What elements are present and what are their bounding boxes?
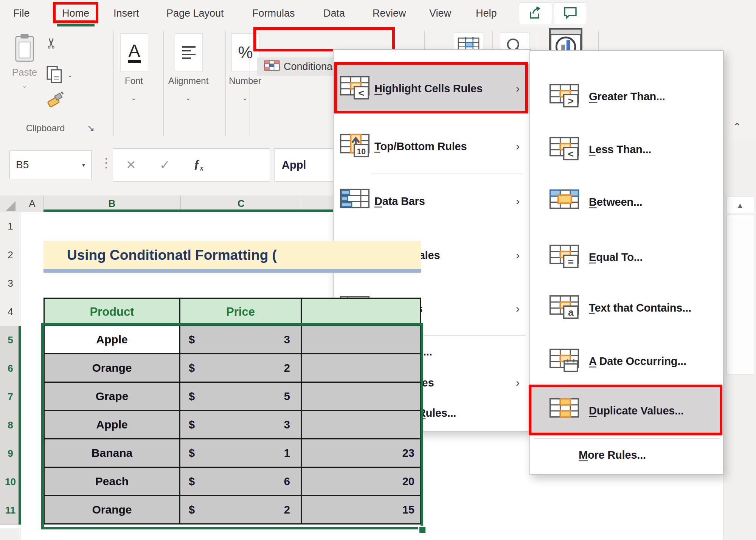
copy-dropdown-chevron[interactable]: ⌄ [67, 71, 73, 79]
menu-item-text-that-contains[interactable]: aText that Contains... [530, 282, 723, 333]
cell-price-row9[interactable]: $1 [180, 439, 302, 468]
column-header-C[interactable]: C [180, 196, 302, 212]
menubar-tab-insert[interactable]: Insert [113, 0, 139, 26]
svg-text:=: = [568, 256, 574, 267]
row-header-1[interactable]: 1 [0, 212, 21, 241]
greater-than-icon: > [549, 84, 579, 109]
cell-product-row11[interactable]: Orange [43, 496, 180, 524]
cell-product-row9[interactable]: Banana [43, 439, 180, 468]
row-header-9[interactable]: 9 [0, 439, 21, 468]
comment-button[interactable] [554, 2, 587, 25]
cell-price-row10[interactable]: $6 [180, 468, 302, 496]
number-chevron[interactable]: ⌄ [242, 94, 248, 102]
menu-item-data-bars[interactable]: Data Bars› [334, 177, 530, 226]
name-box[interactable]: B5▾ [9, 151, 92, 179]
menu-item-top-bottom-rules[interactable]: 10Top/Bottom Rules› [334, 122, 530, 171]
cell-price-row6[interactable]: $2 [180, 354, 302, 383]
paste-button[interactable]: Paste⌄ [9, 33, 40, 90]
cell-product-row6[interactable]: Orange [43, 354, 180, 383]
enter-check-icon[interactable]: ✓ [160, 157, 171, 172]
row-header-11[interactable]: 11 [0, 496, 21, 525]
cancel-x-icon[interactable]: ✕ [126, 158, 136, 172]
select-all-corner[interactable] [0, 196, 21, 212]
collapse-ribbon-icon[interactable]: ⌃ [733, 121, 741, 133]
fx-icon[interactable]: ƒx [194, 157, 203, 172]
menu-item-duplicate-values[interactable]: Duplicate Values... [530, 386, 723, 435]
row-header-12[interactable] [0, 528, 21, 540]
submenu-arrow-icon: › [516, 249, 520, 262]
cell-price-row11[interactable]: $2 [180, 496, 302, 524]
menu-item-between[interactable]: Between... [530, 177, 723, 227]
menu-item-highlight-cells-rules[interactable]: <Highlight Cells Rules› [334, 64, 530, 113]
name-box-dropdown-icon[interactable]: ▾ [82, 161, 85, 169]
menu-item-label: Highlight Cells Rules [374, 82, 483, 95]
cell-qty-row9[interactable]: 23 [302, 439, 421, 468]
row-header-10[interactable]: 10 [0, 468, 21, 497]
scissors-cut-icon[interactable]: ✂ [43, 37, 60, 49]
dialog-launcher-icon[interactable]: ↘ [87, 123, 95, 133]
cell-price-row5[interactable]: $3 [180, 326, 302, 354]
cell-qty-row7[interactable] [302, 383, 421, 411]
menubar-tab-review[interactable]: Review [373, 0, 406, 26]
cell-qty-row8[interactable] [302, 411, 421, 439]
menu-item-label: Data Bars [374, 195, 425, 208]
cell-product-row5[interactable]: Apple [43, 326, 180, 354]
date-occurring-icon [549, 348, 579, 374]
font-chevron[interactable]: ⌄ [131, 94, 137, 102]
column-header-B[interactable]: B [43, 196, 181, 212]
alignment-chevron[interactable]: ⌄ [185, 94, 191, 102]
alignment-button[interactable] [175, 33, 203, 72]
menu-item-a-date-occurring[interactable]: A Date Occurring... [530, 335, 723, 386]
top-bottom-rules-icon: 10 [340, 133, 370, 159]
row-header-8[interactable]: 8 [0, 411, 21, 440]
separator [250, 31, 250, 136]
column-header-A[interactable]: A [21, 196, 44, 212]
copy-icon[interactable] [46, 65, 64, 85]
currency-symbol: $ [189, 447, 195, 459]
cell-price-row8[interactable]: $3 [180, 411, 302, 439]
submenu-arrow-icon: › [516, 195, 520, 208]
highlight-cells-rules-icon: < [340, 76, 370, 101]
cell-qty-row5[interactable] [302, 326, 421, 354]
menubar-tab-home[interactable]: Home [62, 0, 89, 26]
row-header-5[interactable]: 5 [0, 326, 21, 355]
menubar-tab-data[interactable]: Data [323, 0, 345, 26]
formula-value: Appl [282, 159, 306, 171]
drag-handle-dots[interactable]: ⋮ [100, 155, 112, 170]
row-header-4[interactable]: 4 [0, 298, 21, 326]
menu-item-less-than[interactable]: <Less Than... [530, 124, 723, 175]
format-painter-icon[interactable] [46, 90, 66, 111]
price-value: 3 [284, 419, 290, 431]
menu-item-equal-to[interactable]: =Equal To... [530, 231, 723, 282]
equal-to-icon: = [549, 244, 579, 270]
cell-product-row8[interactable]: Apple [43, 411, 180, 439]
menu-item-greater-than[interactable]: >Greater Than... [530, 71, 723, 122]
separator [113, 31, 114, 136]
row-header-3[interactable]: 3 [0, 269, 21, 298]
cell-product-row7[interactable]: Grape [43, 383, 180, 411]
number-button[interactable]: % [231, 33, 259, 72]
cell-qty-row6[interactable] [302, 354, 421, 383]
vertical-scrollbar[interactable]: ▲ [723, 141, 756, 540]
cell-product-row10[interactable]: Peach [43, 468, 180, 496]
menubar-tab-page-layout[interactable]: Page Layout [166, 0, 224, 26]
fill-handle[interactable] [418, 526, 427, 534]
price-value: 1 [284, 447, 290, 459]
menubar-tab-file[interactable]: File [13, 0, 30, 26]
row-header-2[interactable]: 2 [0, 241, 21, 270]
row-header-7[interactable]: 7 [0, 383, 21, 411]
row-header-6[interactable]: 6 [0, 354, 21, 383]
cell-qty-row11[interactable]: 15 [302, 496, 421, 524]
scrollbar-up-button[interactable]: ▲ [726, 197, 754, 214]
font-button[interactable]: A [120, 33, 148, 72]
share-button[interactable] [519, 2, 552, 25]
menu-item-more-rules[interactable]: More Rules... [530, 441, 723, 469]
cell-qty-row10[interactable]: 20 [302, 468, 421, 496]
menubar-tab-view[interactable]: View [429, 0, 451, 26]
menubar-tab-help[interactable]: Help [476, 0, 497, 26]
name-box-value: B5 [16, 159, 29, 171]
menubar-tab-formulas[interactable]: Formulas [252, 0, 295, 26]
svg-text:10: 10 [357, 147, 366, 156]
scrollbar-thumb[interactable] [726, 215, 754, 374]
cell-price-row7[interactable]: $5 [180, 383, 302, 411]
